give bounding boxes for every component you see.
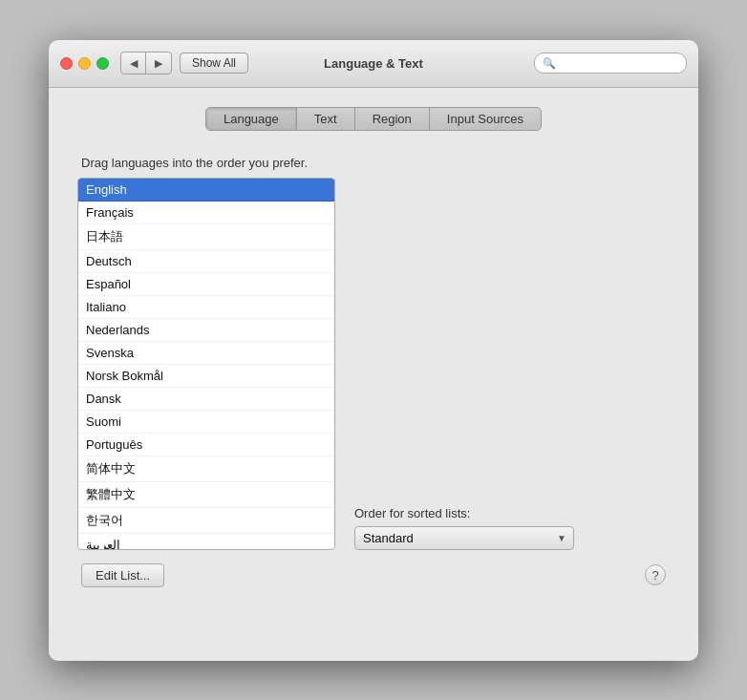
language-list-item[interactable]: Dansk — [78, 388, 334, 411]
show-all-button[interactable]: Show All — [180, 53, 248, 74]
content-area: Language Text Region Input Sources Drag … — [49, 88, 698, 661]
minimize-button[interactable] — [78, 57, 91, 70]
search-input[interactable] — [560, 56, 678, 70]
tabs-container: Language Text Region Input Sources — [68, 107, 679, 131]
window-title: Language & Text — [324, 56, 423, 71]
panel-body: EnglishFrançais日本語DeutschEspañolItaliano… — [77, 178, 670, 550]
language-list-item[interactable]: Nederlands — [78, 319, 334, 342]
tabs: Language Text Region Input Sources — [205, 107, 542, 131]
language-list-item[interactable]: English — [78, 179, 334, 202]
sorted-lists-select[interactable]: Standard Traditional Phonetic — [354, 526, 574, 550]
language-list-item[interactable]: Español — [78, 273, 334, 296]
language-list-item[interactable]: Français — [78, 202, 334, 224]
language-list-item[interactable]: Norsk Bokmål — [78, 365, 334, 388]
tab-language[interactable]: Language — [206, 108, 297, 130]
tab-input-sources[interactable]: Input Sources — [430, 108, 541, 130]
forward-button[interactable]: ▶ — [146, 53, 171, 74]
search-icon: 🔍 — [543, 57, 556, 70]
maximize-button[interactable] — [96, 57, 109, 70]
main-window: ◀ ▶ Show All Language & Text 🔍 Language … — [49, 40, 698, 661]
instruction-text: Drag languages into the order you prefer… — [81, 156, 670, 170]
bottom-bar: Edit List... ? — [77, 563, 670, 587]
sorted-lists-label: Order for sorted lists: — [354, 506, 670, 520]
language-list-item[interactable]: 简体中文 — [78, 456, 334, 482]
language-list-item[interactable]: 繁體中文 — [78, 482, 334, 508]
help-button[interactable]: ? — [645, 564, 666, 585]
close-button[interactable] — [60, 57, 73, 70]
language-list-item[interactable]: Português — [78, 434, 334, 456]
language-list-item[interactable]: 한국어 — [78, 508, 334, 534]
main-panel: Drag languages into the order you prefer… — [68, 146, 679, 597]
language-list-item[interactable]: Suomi — [78, 411, 334, 434]
select-wrapper: Standard Traditional Phonetic ▼ — [354, 526, 574, 550]
search-box[interactable]: 🔍 — [534, 53, 687, 74]
sorted-lists-section: Order for sorted lists: Standard Traditi… — [354, 506, 670, 550]
language-list-item[interactable]: Svenska — [78, 342, 334, 365]
language-list-item[interactable]: العربية — [78, 534, 334, 549]
back-button[interactable]: ◀ — [121, 53, 146, 74]
language-list-item[interactable]: Italiano — [78, 296, 334, 319]
language-list: EnglishFrançais日本語DeutschEspañolItaliano… — [78, 179, 334, 549]
language-list-item[interactable]: Deutsch — [78, 250, 334, 273]
language-list-item[interactable]: 日本語 — [78, 224, 334, 250]
titlebar: ◀ ▶ Show All Language & Text 🔍 — [49, 40, 698, 88]
tab-region[interactable]: Region — [355, 108, 430, 130]
nav-buttons: ◀ ▶ — [120, 52, 172, 74]
language-list-container: EnglishFrançais日本語DeutschEspañolItaliano… — [77, 178, 335, 550]
tab-text[interactable]: Text — [297, 108, 355, 130]
traffic-lights — [60, 57, 109, 70]
edit-list-button[interactable]: Edit List... — [81, 563, 164, 587]
right-panel: Order for sorted lists: Standard Traditi… — [354, 178, 670, 550]
